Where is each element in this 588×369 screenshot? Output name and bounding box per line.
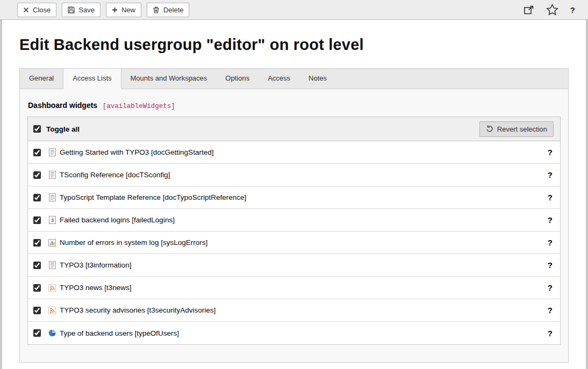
module-body: Edit Backend usergroup "editor" on root … <box>2 20 586 369</box>
widget-checkbox[interactable] <box>33 194 41 201</box>
tab-container: GeneralAccess ListsMounts and Workspaces… <box>19 68 569 363</box>
new-button-label: New <box>121 6 135 14</box>
widget-row: 3Failed backend logins [failedLogins]? <box>28 209 560 231</box>
tab-bar: GeneralAccess ListsMounts and Workspaces… <box>20 69 568 89</box>
widget-checkbox[interactable] <box>33 284 41 292</box>
new-button[interactable]: New <box>106 3 141 17</box>
section-field-code: [availableWidgets] <box>103 103 175 110</box>
revert-selection-label: Revert selection <box>497 125 547 133</box>
toggle-all-label: Toggle all <box>46 125 80 133</box>
bookmark-star-icon <box>546 4 558 16</box>
widget-label: TYPO3 news [t3news] <box>60 284 132 292</box>
row-help-icon[interactable]: ? <box>547 148 554 157</box>
widget-label: Number of errors in system log [sysLogEr… <box>60 238 207 247</box>
page-title: Edit Backend usergroup "editor" on root … <box>19 36 569 54</box>
number-widget-icon: 3 <box>48 216 56 224</box>
delete-button[interactable]: Delete <box>147 3 190 17</box>
doc-header-actions: ? <box>523 3 576 17</box>
tab-general[interactable]: General <box>20 69 63 89</box>
widget-label: TSconfig Reference [docTSconfig] <box>60 171 170 179</box>
app-window: Close Save New Delete ? <box>0 0 588 369</box>
widget-label: Failed backend logins [failedLogins] <box>60 216 175 224</box>
widget-checkbox[interactable] <box>33 149 41 156</box>
access-lists-panel: Dashboard widgets [availableWidgets] Tog… <box>20 89 568 362</box>
document-list-icon <box>48 148 56 156</box>
bookmark-button[interactable] <box>545 3 560 17</box>
section-title: Dashboard widgets <box>28 101 97 110</box>
widget-row: Getting Started with TYPO3 [docGettingSt… <box>28 141 560 164</box>
row-help-icon[interactable]: ? <box>547 193 554 202</box>
delete-icon <box>153 6 160 13</box>
delete-button-label: Delete <box>163 6 184 14</box>
widget-checkbox[interactable] <box>33 171 41 179</box>
tab-notes[interactable]: Notes <box>299 69 336 89</box>
tab-access-lists[interactable]: Access Lists <box>63 69 121 89</box>
rss-icon <box>48 284 56 292</box>
row-help-icon[interactable]: ? <box>547 215 554 225</box>
widget-checkbox[interactable] <box>33 307 41 314</box>
row-help-icon[interactable]: ? <box>547 283 554 292</box>
widget-label: TYPO3 security advisories [t3securityAdv… <box>60 306 216 314</box>
widget-row: Number of errors in system log [sysLogEr… <box>28 231 560 254</box>
section-label: Dashboard widgets [availableWidgets] <box>28 101 561 110</box>
table-header-row: Toggle all Revert selection <box>28 117 560 141</box>
row-help-icon[interactable]: ? <box>547 329 554 338</box>
widget-row: Type of backend users [typeOfUsers]? <box>28 322 560 344</box>
save-button[interactable]: Save <box>62 3 101 17</box>
close-button-label: Close <box>33 6 51 14</box>
document-list-icon <box>48 171 56 179</box>
row-help-icon[interactable]: ? <box>547 170 554 179</box>
widget-checkbox[interactable] <box>33 239 41 247</box>
tab-options[interactable]: Options <box>216 69 259 89</box>
widget-label: Getting Started with TYPO3 [docGettingSt… <box>60 148 213 156</box>
pie-chart-icon <box>48 329 56 337</box>
widget-checkbox[interactable] <box>33 329 41 337</box>
save-button-label: Save <box>78 6 95 14</box>
doc-header: Close Save New Delete ? <box>0 0 588 20</box>
widget-row: TYPO3 news [t3news]? <box>28 277 560 299</box>
help-button[interactable]: ? <box>569 4 576 16</box>
row-help-icon[interactable]: ? <box>547 238 554 247</box>
widget-row: TypoScript Template Reference [docTypoSc… <box>28 186 560 209</box>
widget-label: TYPO3 [t3information] <box>60 261 132 269</box>
close-icon <box>23 7 29 13</box>
doc-header-buttons: Close Save New Delete <box>17 3 189 17</box>
document-list-icon <box>48 261 56 269</box>
tab-access[interactable]: Access <box>259 69 299 89</box>
widget-label: TypoScript Template Reference [docTypoSc… <box>60 193 246 201</box>
help-icon: ? <box>570 5 575 15</box>
row-help-icon[interactable]: ? <box>547 306 554 315</box>
toggle-all-checkbox[interactable] <box>33 125 41 133</box>
open-new-window-icon <box>524 5 534 15</box>
revert-selection-button[interactable]: Revert selection <box>479 121 554 137</box>
row-help-icon[interactable]: ? <box>547 261 554 270</box>
save-icon <box>68 6 75 13</box>
widget-checkbox[interactable] <box>33 216 41 224</box>
revert-icon <box>486 125 493 133</box>
svg-text:3: 3 <box>51 218 54 223</box>
widget-selection-table: Toggle all Revert selection Getting Star… <box>27 117 561 345</box>
new-icon <box>112 7 118 13</box>
bar-chart-icon <box>48 239 56 247</box>
widget-row: TYPO3 security advisories [t3securityAdv… <box>28 299 560 322</box>
widget-checkbox[interactable] <box>33 262 41 269</box>
tab-mounts-and-workspaces[interactable]: Mounts and Workspaces <box>121 69 217 89</box>
open-new-window-button[interactable] <box>523 4 535 16</box>
close-button[interactable]: Close <box>17 3 56 17</box>
table-body: Getting Started with TYPO3 [docGettingSt… <box>28 141 560 344</box>
widget-row: TSconfig Reference [docTSconfig]? <box>28 164 560 186</box>
document-list-icon <box>48 193 56 201</box>
widget-label: Type of backend users [typeOfUsers] <box>60 329 179 337</box>
rss-icon <box>48 307 56 314</box>
widget-row: TYPO3 [t3information]? <box>28 254 560 277</box>
